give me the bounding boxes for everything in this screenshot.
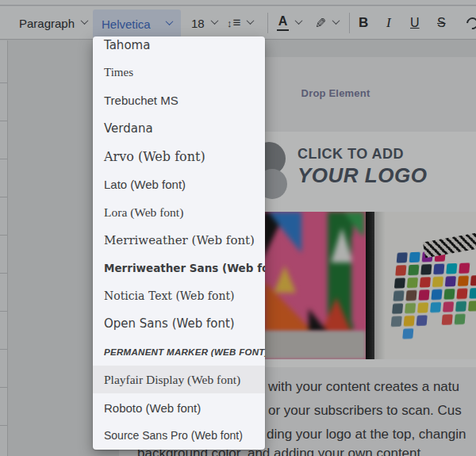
- font-option-lato[interactable]: Lato (Web font): [93, 171, 265, 198]
- font-option-playfair-display[interactable]: Playfair Display (Web font): [93, 366, 265, 393]
- font-option-open-sans[interactable]: Open Sans (Web font): [93, 310, 265, 338]
- font-option-roboto[interactable]: Roboto (Web font): [93, 393, 265, 421]
- font-option-noticia-text[interactable]: Noticia Text (Web font): [93, 282, 265, 310]
- app-window: Paragraph Helvetica 18 ↕≡ A ✎ B I U S: [0, 0, 476, 456]
- font-option-times[interactable]: Times: [93, 59, 265, 86]
- font-option-merriweather[interactable]: Merriweather (Web font): [93, 226, 265, 254]
- font-option-verdana[interactable]: Verdana: [93, 115, 265, 143]
- font-option-source-sans-pro[interactable]: Source Sans Pro (Web font): [93, 422, 265, 450]
- font-option-tahoma[interactable]: Tahoma: [93, 36, 265, 59]
- font-option-lora[interactable]: Lora (Web font): [93, 198, 265, 226]
- font-dropdown-menu: Tahoma Times Trebuchet MS Verdana Arvo (…: [93, 36, 265, 450]
- font-option-permanent-marker[interactable]: Permanent Marker (Web font): [93, 338, 265, 366]
- font-option-arvo[interactable]: Arvo (Web font): [93, 143, 265, 171]
- font-menu-list: Tahoma Times Trebuchet MS Verdana Arvo (…: [93, 36, 265, 450]
- font-option-trebuchet-ms[interactable]: Trebuchet MS: [93, 86, 265, 114]
- font-option-merriweather-sans[interactable]: Merriweather Sans (Web font): [93, 255, 265, 282]
